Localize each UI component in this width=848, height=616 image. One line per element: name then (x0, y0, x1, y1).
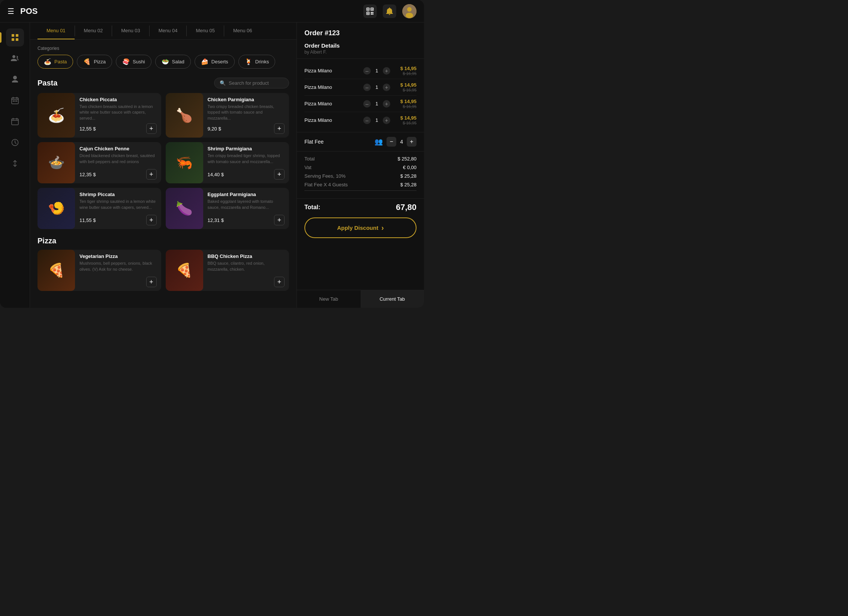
sidebar-item-staff[interactable] (6, 49, 24, 67)
sushi-icon: 🍣 (122, 58, 130, 65)
pasta-section-title: Pasta (37, 79, 57, 87)
order-item-2: Pizza Milano – 1 + $ 14,95 $ 16,95 (304, 96, 417, 112)
bell-icon[interactable] (383, 4, 396, 18)
sidebar-item-schedule[interactable] (6, 91, 24, 109)
add-button-eggplant[interactable]: + (274, 215, 285, 225)
order-item-name-2: Pizza Milano (304, 101, 363, 106)
new-tab-button[interactable]: New Tab (297, 290, 361, 308)
product-image-chicken-piccata: 🍝 (37, 93, 75, 138)
product-desc-bbq-pizza: BBQ sauce, cilantro, red onion, mozzarel… (208, 261, 285, 274)
add-button-shrimp-piccata[interactable]: + (146, 215, 157, 225)
product-card-cajun: 🍲 Cajun Chicken Penne Diced blackened ch… (37, 142, 161, 183)
sidebar-item-grid[interactable] (6, 28, 24, 46)
pizza-products-grid: 🍕 Vegetarian Pizza Mushrooms, bell peppe… (37, 250, 289, 291)
menu-tab-3[interactable]: Menu 03 (112, 22, 149, 39)
product-image-shrimp-piccata: 🍤 (37, 188, 75, 229)
add-button-chicken-parmigiana[interactable]: + (274, 123, 285, 134)
category-btn-pasta[interactable]: 🍝 Pasta (37, 55, 73, 69)
svg-rect-7 (372, 12, 373, 13)
search-box[interactable]: 🔍 (214, 78, 289, 88)
add-button-cajun[interactable]: + (146, 169, 157, 180)
category-label-pizza: Pizza (94, 59, 106, 64)
product-card-shrimp-piccata: 🍤 Shrimp Piccata Ten tiger shrimp sautée… (37, 188, 161, 229)
category-btn-drinks[interactable]: 🍹 Drinks (238, 55, 276, 69)
content-area: Menu 01 Menu 02 Menu 03 Menu 04 Menu 05 … (30, 22, 297, 308)
category-label-pasta: Pasta (54, 59, 67, 64)
product-price-shrimp-parmigiana: 14,40 $ (208, 172, 224, 177)
total-value-serving: $ 25,28 (400, 173, 417, 179)
qty-value-3: 1 (374, 117, 380, 123)
sidebar-item-sort[interactable] (6, 154, 24, 172)
item-price-0: $ 14,95 $ 16,95 (390, 66, 417, 76)
salad-icon: 🥗 (162, 58, 169, 65)
product-card-chicken-parmigiana: 🍗 Chicken Parmigiana Two crispy breaded … (166, 93, 289, 138)
order-item-1: Pizza Milano – 1 + $ 14,95 $ 16,95 (304, 79, 417, 96)
current-tab-button[interactable]: Current Tab (361, 290, 424, 308)
item-price-main-3: $ 14,95 (390, 115, 417, 121)
qr-icon[interactable] (363, 4, 377, 18)
add-button-vegetarian-pizza[interactable]: + (146, 277, 157, 287)
flat-fee-row: Flat Fee 👥 − 4 + (297, 132, 424, 151)
category-btn-salad[interactable]: 🥗 Salad (155, 55, 191, 69)
menu-tab-4[interactable]: Menu 04 (150, 22, 187, 39)
categories-section: Categories 🍝 Pasta 🍕 Pizza 🍣 Sushi 🥗 Sal… (30, 40, 297, 72)
product-card-vegetarian-pizza: 🍕 Vegetarian Pizza Mushrooms, bell peppe… (37, 250, 161, 291)
total-value-flatfee: $ 25,28 (400, 182, 417, 187)
order-by: by Albert F. (304, 49, 417, 55)
qty-controls-0: – 1 + (363, 67, 390, 75)
qty-increase-0[interactable]: + (383, 67, 390, 75)
pizza-icon: 🍕 (83, 58, 91, 65)
product-name-vegetarian-pizza: Vegetarian Pizza (79, 253, 157, 259)
qty-controls-3: – 1 + (363, 117, 390, 124)
qty-decrease-2[interactable]: – (363, 100, 371, 108)
pasta-icon: 🍝 (44, 58, 51, 65)
product-price-chicken-parmigiana: 9,20 $ (208, 126, 221, 132)
sidebar-item-clock[interactable] (6, 133, 24, 151)
sidebar (0, 22, 30, 308)
svg-point-12 (406, 13, 413, 18)
add-button-chicken-piccata[interactable]: + (146, 123, 157, 134)
qty-increase-2[interactable]: + (383, 100, 390, 108)
product-desc-vegetarian-pizza: Mushrooms, bell peppers, onions, black o… (79, 261, 157, 274)
hamburger-icon[interactable]: ☰ (7, 7, 14, 16)
qty-increase-1[interactable]: + (383, 84, 390, 91)
avatar[interactable] (402, 4, 417, 18)
flat-fee-decrease[interactable]: − (387, 137, 396, 147)
order-number: Order #123 (304, 29, 417, 37)
category-btn-pizza[interactable]: 🍕 Pizza (77, 55, 112, 69)
qty-decrease-0[interactable]: – (363, 67, 371, 75)
add-button-shrimp-parmigiana[interactable]: + (274, 169, 285, 180)
product-footer-shrimp-parmigiana: 14,40 $ + (208, 169, 285, 180)
apply-discount-button[interactable]: Apply Discount › (304, 217, 417, 238)
flat-fee-increase[interactable]: + (407, 137, 417, 147)
drinks-icon: 🍹 (245, 58, 252, 65)
grand-total-label: Total: (304, 204, 320, 211)
category-btn-deserts[interactable]: 🍰 Deserts (195, 55, 235, 69)
svg-point-11 (407, 7, 412, 12)
svg-rect-14 (16, 34, 18, 37)
bottom-tabs: New Tab Current Tab (297, 290, 424, 308)
add-button-bbq-pizza[interactable]: + (274, 277, 285, 287)
app-title: POS (20, 6, 37, 16)
qty-decrease-1[interactable]: – (363, 84, 371, 91)
total-divider (304, 190, 417, 191)
search-input[interactable] (229, 80, 283, 86)
menu-tab-2[interactable]: Menu 02 (75, 22, 112, 39)
product-price-chicken-piccata: 12,55 $ (79, 126, 96, 132)
flat-fee-controls: 👥 − 4 + (375, 137, 417, 147)
qty-decrease-3[interactable]: – (363, 117, 371, 124)
menu-tab-6[interactable]: Menu 06 (224, 22, 261, 39)
product-image-chicken-parmigiana: 🍗 (166, 93, 203, 138)
menu-tab-1[interactable]: Menu 01 (37, 22, 75, 39)
product-price-eggplant: 12,31 $ (208, 217, 224, 223)
total-row-serving: Serving Fees, 10% $ 25,28 (304, 173, 417, 179)
sidebar-item-profile[interactable] (6, 70, 24, 88)
menu-tab-5[interactable]: Menu 05 (187, 22, 224, 39)
product-info-cajun: Cajun Chicken Penne Diced blackened chic… (75, 142, 161, 183)
item-price-main-1: $ 14,95 (390, 82, 417, 88)
sidebar-item-calendar[interactable] (6, 112, 24, 130)
total-row-total: Total $ 252,80 (304, 156, 417, 162)
qty-increase-3[interactable]: + (383, 117, 390, 124)
category-btn-sushi[interactable]: 🍣 Sushi (116, 55, 151, 69)
product-card-bbq-pizza: 🍕 BBQ Chicken Pizza BBQ sauce, cilantro,… (166, 250, 289, 291)
